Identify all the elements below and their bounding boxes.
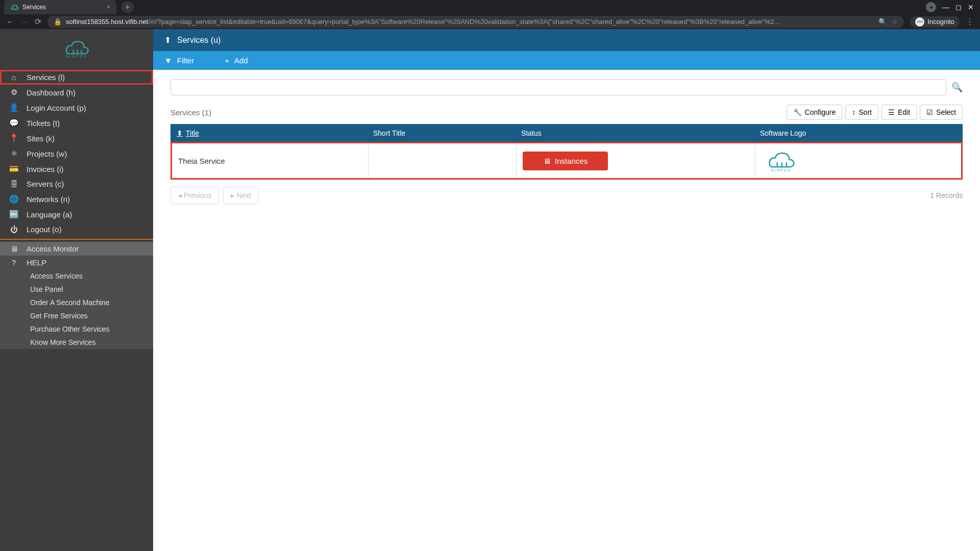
minimize-icon[interactable]: — xyxy=(942,3,949,11)
cell-short-title xyxy=(369,143,517,178)
search-row: 🔍 xyxy=(170,79,963,95)
sidebar-item-logout[interactable]: ⏻Logout (o) xyxy=(0,222,153,237)
select-button[interactable]: ☑Select xyxy=(920,105,963,120)
sidebar-item-know-more[interactable]: Know More Services xyxy=(0,336,153,349)
menu-icon[interactable]: ⋮ xyxy=(966,17,974,27)
sort-asc-icon: ⬍ xyxy=(177,129,183,137)
sidebar-item-projects[interactable]: ⚛Projects (w) xyxy=(0,146,153,161)
sidebar-item-order-machine[interactable]: Order A Second Machine xyxy=(0,296,153,309)
data-table: ⬍Title Short Title Status Software Logo … xyxy=(170,124,963,180)
column-title[interactable]: ⬍Title xyxy=(170,124,367,142)
filter-button[interactable]: ▼ Filter xyxy=(164,56,194,65)
sidebar-item-sites[interactable]: 📍Sites (k) xyxy=(0,131,153,146)
sidebar-item-purchase-services[interactable]: Purchase Other Services xyxy=(0,322,153,336)
browser-chrome: Services × + ▾ — ◻ ✕ ← → ⟳ 🔒 softinst158… xyxy=(0,0,980,29)
app-container: SLAPOS ⌂Services (l) ⚙Dashboard (h) 👤Log… xyxy=(0,29,980,551)
sidebar-item-services[interactable]: ⌂Services (l) xyxy=(0,70,153,85)
check-icon: ☑ xyxy=(926,108,933,116)
search-input[interactable] xyxy=(170,79,946,95)
monitor-icon: 🖥 xyxy=(543,157,551,165)
comments-icon: 💬 xyxy=(9,118,18,128)
edit-button[interactable]: ☰Edit xyxy=(881,105,917,120)
search-button[interactable]: 🔍 xyxy=(951,82,963,93)
url-bar: ← → ⟳ 🔒 softinst158355.host.vifib.net/#/… xyxy=(0,14,980,29)
nav-divider xyxy=(0,239,153,240)
sort-button[interactable]: ↕Sort xyxy=(845,105,878,120)
table-row[interactable]: Theia Service 🖥 Instances SLAPOS xyxy=(170,142,963,180)
cell-title: Theia Service xyxy=(172,143,369,178)
bookmark-icon[interactable]: ☆ xyxy=(892,18,898,26)
column-short-title[interactable]: Short Title xyxy=(367,124,515,142)
sidebar: SLAPOS ⌂Services (l) ⚙Dashboard (h) 👤Log… xyxy=(0,29,153,551)
pagination: ◂Previous ▸Next 1 Records xyxy=(170,187,963,204)
nav-help-section: 🖥Access Monitor ?HELP Access Services Us… xyxy=(0,242,153,349)
help-icon: ? xyxy=(9,258,18,267)
chevron-right-icon: ▸ xyxy=(231,191,234,199)
sidebar-item-free-services[interactable]: Get Free Services xyxy=(0,309,153,322)
sidebar-item-tickets[interactable]: 💬Tickets (t) xyxy=(0,115,153,131)
user-icon: 👤 xyxy=(9,103,18,112)
sidebar-item-servers[interactable]: 🗄Servers (c) xyxy=(0,177,153,191)
sidebar-item-access-services[interactable]: Access Services xyxy=(0,269,153,283)
chevron-left-icon: ◂ xyxy=(178,191,182,199)
filter-icon: ▼ xyxy=(164,56,172,65)
cell-logo: SLAPOS xyxy=(755,143,961,178)
browser-tab[interactable]: Services × xyxy=(4,0,116,14)
reload-button[interactable]: ⟳ xyxy=(35,17,41,27)
next-button[interactable]: ▸Next xyxy=(223,187,259,204)
card-icon: 💳 xyxy=(9,164,18,173)
tab-title: Services xyxy=(22,4,46,11)
nav-list: ⌂Services (l) ⚙Dashboard (h) 👤Login Acco… xyxy=(0,70,153,237)
column-status[interactable]: Status xyxy=(515,124,754,142)
lock-icon: 🔒 xyxy=(54,18,62,26)
sidebar-item-access-monitor[interactable]: 🖥Access Monitor xyxy=(0,242,153,256)
previous-button[interactable]: ◂Previous xyxy=(170,187,219,204)
status-badge[interactable]: 🖥 Instances xyxy=(523,152,608,170)
list-icon: ☰ xyxy=(888,108,895,116)
toolbar: ▼ Filter + Add xyxy=(153,51,980,70)
marker-icon: 📍 xyxy=(9,134,18,143)
home-icon: ⌂ xyxy=(9,73,18,82)
action-buttons: 🔧Configure ↕Sort ☰Edit ☑Select xyxy=(787,105,963,120)
account-dropdown-icon[interactable]: ▾ xyxy=(926,2,936,12)
power-icon: ⏻ xyxy=(9,225,18,234)
column-software-logo[interactable]: Software Logo xyxy=(754,124,963,142)
close-tab-icon[interactable]: × xyxy=(107,4,110,11)
cell-status: 🖥 Instances xyxy=(517,143,755,178)
close-window-icon[interactable]: ✕ xyxy=(968,3,974,11)
forward-button[interactable]: → xyxy=(20,17,29,27)
list-header-row: Services (1) 🔧Configure ↕Sort ☰Edit ☑Sel… xyxy=(170,105,963,120)
language-icon: 🔤 xyxy=(9,210,18,219)
share-icon: ⚛ xyxy=(9,149,18,158)
table-header: ⬍Title Short Title Status Software Logo xyxy=(170,124,963,142)
sidebar-item-dashboard[interactable]: ⚙Dashboard (h) xyxy=(0,85,153,100)
monitor-icon: 🖥 xyxy=(9,244,18,253)
content-area: ⬆ Services (u) ▼ Filter + Add 🔍 Services… xyxy=(153,29,980,551)
sort-icon: ↕ xyxy=(852,108,855,116)
zoom-icon[interactable]: 🔍 xyxy=(878,18,887,26)
sidebar-item-login[interactable]: 👤Login Account (p) xyxy=(0,100,153,115)
globe-icon: 🌐 xyxy=(9,194,18,204)
app-logo[interactable]: SLAPOS xyxy=(0,29,153,70)
plus-icon: + xyxy=(225,56,229,65)
sidebar-item-help[interactable]: ?HELP xyxy=(0,256,153,269)
records-count: 1 Records xyxy=(930,191,963,199)
address-bar[interactable]: 🔒 softinst158355.host.vifib.net/#//?page… xyxy=(47,16,904,28)
tab-bar: Services × + ▾ — ◻ ✕ xyxy=(0,0,980,14)
url-text: softinst158355.host.vifib.net/#//?page=s… xyxy=(66,18,779,26)
back-button[interactable]: ← xyxy=(6,17,14,27)
new-tab-button[interactable]: + xyxy=(121,1,134,13)
window-controls: ▾ — ◻ ✕ xyxy=(926,2,980,12)
dashboard-icon: ⚙ xyxy=(9,88,18,97)
wrench-icon: 🔧 xyxy=(793,108,802,116)
sidebar-item-networks[interactable]: 🌐Networks (n) xyxy=(0,191,153,207)
sidebar-item-language[interactable]: 🔤Language (a) xyxy=(0,207,153,222)
add-button[interactable]: + Add xyxy=(225,56,248,65)
incognito-badge[interactable]: 👓 Incognito xyxy=(910,16,960,28)
upload-icon[interactable]: ⬆ xyxy=(164,35,171,45)
maximize-icon[interactable]: ◻ xyxy=(955,3,962,11)
page-title: Services (u) xyxy=(177,36,220,45)
sidebar-item-invoices[interactable]: 💳Invoices (i) xyxy=(0,161,153,177)
configure-button[interactable]: 🔧Configure xyxy=(787,105,843,120)
sidebar-item-use-panel[interactable]: Use Panel xyxy=(0,283,153,296)
